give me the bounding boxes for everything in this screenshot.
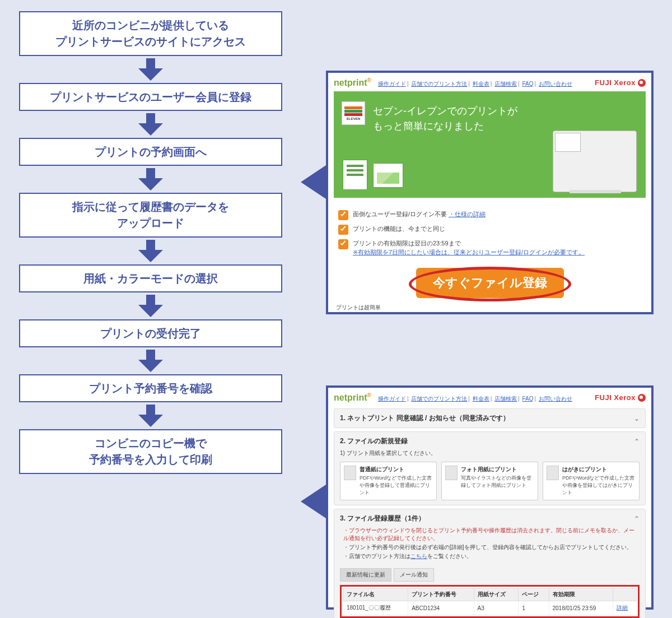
step-text: プリント予約番号を確認 [89, 380, 212, 397]
nav-link[interactable]: お問い合わせ [539, 81, 572, 87]
panel-title: 2. ファイルの新規登録 [340, 436, 408, 446]
cell-pages: 1 [519, 601, 549, 615]
netprint-logo: netprint® [334, 77, 371, 88]
reservation-table: ファイル名 プリント予約番号 用紙サイズ ページ 有効期限 180101_〇〇履… [343, 588, 637, 615]
checkmark-icon [338, 225, 348, 235]
paper-icon [344, 466, 356, 480]
table-row: 180101_〇〇履歴 ABCD1234 A3 1 2018/01/25 23:… [343, 601, 637, 615]
th-size: 用紙サイズ [474, 588, 519, 601]
hero-banner: ELEVEN セブン‐イレブンでのプリントが もっと簡単になりました [334, 91, 646, 198]
nav-link[interactable]: 店舗検索 [494, 396, 517, 402]
nav-link[interactable]: 店舗検索 [494, 81, 517, 87]
arrow-icon [19, 295, 282, 317]
arrow-icon [19, 58, 282, 81]
step-1: 近所のコンビニが提供しているプリントサービスのサイトにアクセス [19, 11, 282, 56]
panel-history: 3. ファイル登録履歴（1件）⌃ ・ブラウザーのウィンドウを閉じるとプリント予約… [334, 509, 646, 618]
collapse-icon[interactable]: ⌃ [634, 515, 640, 523]
checkmark-icon [338, 239, 348, 249]
top-nav[interactable]: 操作ガイド| 店舗でのプリント方法| 料金表| 店舗検索| FAQ| お問い合わ… [378, 80, 572, 88]
feature-text: プリントの機能は、今までと同じ [353, 225, 445, 233]
step-2: プリントサービスのユーザー会員に登録 [19, 83, 282, 111]
panel-consent: 1. ネットプリント 同意確認 / お知らせ（同意済みです）⌄ [334, 408, 646, 428]
screenshot-netprint-top: netprint® 操作ガイド| 店舗でのプリント方法| 料金表| 店舗検索| … [326, 71, 654, 314]
step-text: 指示に従って履歴書のデータをアップロード [72, 199, 229, 231]
th-action [613, 588, 637, 601]
step-8: コンビニのコピー機で予約番号を入力して印刷 [19, 429, 282, 474]
step-text: プリントの予約画面へ [95, 144, 207, 160]
step-text: プリントサービスのユーザー会員に登録 [50, 89, 251, 105]
feature-text: プリントの有効期限は翌日の23:59まで [353, 240, 461, 247]
th-pages: ページ [519, 588, 549, 601]
paper-option-postcard[interactable]: はがきにプリントPDFやWordなどで作成した文書や画像を登録してはがきにプリン… [543, 462, 640, 500]
nav-link[interactable]: FAQ [522, 81, 533, 87]
step-text: プリントの受付完了 [100, 326, 201, 342]
cell-reservation: ABCD1234 [408, 601, 474, 615]
nav-link[interactable]: 操作ガイド [378, 81, 406, 87]
step-text: コンビニのコピー機で予約番号を入力して印刷 [89, 435, 212, 468]
reservation-table-highlight: ファイル名 プリント予約番号 用紙サイズ ページ 有効期限 180101_〇〇履… [340, 585, 640, 618]
callout-arrow-icon [301, 485, 326, 518]
panel-new-file: 2. ファイルの新規登録⌃ 1) プリント用紙を選択してください。 普通紙にプリ… [334, 431, 646, 505]
cell-filename: 180101_〇〇履歴 [343, 601, 408, 615]
nav-link[interactable]: 料金表 [473, 81, 489, 87]
notice-list: ・ブラウザーのウィンドウを閉じるとプリント予約番号や操作履歴は消去されます。閉じ… [340, 523, 640, 565]
step-6: プリントの受付完了 [19, 319, 282, 347]
step-5: 用紙・カラーモードの選択 [19, 264, 282, 292]
paper-option-photo[interactable]: フォト用紙にプリント写真やイラストなどの画像を登録してフォト用紙にプリント [441, 462, 538, 500]
paper-icon [445, 466, 458, 480]
step-3: プリントの予約画面へ [19, 138, 282, 166]
fujixerox-logo: FUJI Xerox [595, 78, 646, 87]
nav-link[interactable]: 店舗でのプリント方法 [411, 396, 467, 402]
feature-link[interactable]: ※有効期限を7日間にしたい場合は、従来どおりユーザー登録/ログインが必要です。 [353, 249, 585, 255]
highlight-circle-icon [409, 267, 571, 301]
flow-column: 近所のコンビニが提供しているプリントサービスのサイトにアクセス プリントサービス… [19, 11, 282, 474]
step-7: プリント予約番号を確認 [19, 374, 282, 402]
document-icon [343, 160, 367, 190]
step-text: 近所のコンビニが提供しているプリントサービスのサイトにアクセス [55, 17, 246, 50]
tab-refresh[interactable]: 最新情報に更新 [340, 568, 391, 582]
arrow-icon [19, 240, 282, 262]
step-4: 指示に従って履歴書のデータをアップロード [19, 193, 282, 238]
step-text: 用紙・カラーモードの選択 [83, 271, 218, 287]
nav-link[interactable]: 操作ガイド [378, 396, 406, 402]
top-nav[interactable]: 操作ガイド| 店舗でのプリント方法| 料金表| 店舗検索| FAQ| お問い合わ… [378, 395, 572, 403]
panel-subtitle: 1) プリント用紙を選択してください。 [340, 449, 640, 457]
tab-mail[interactable]: メール通知 [394, 568, 434, 582]
nav-link[interactable]: 料金表 [473, 396, 489, 402]
th-reservation: プリント予約番号 [408, 588, 474, 601]
callout-arrow-icon [301, 165, 326, 199]
arrow-icon [19, 168, 282, 190]
feature-list: 面倒なユーザー登録/ログイン不要 ・仕様の詳細 プリントの機能は、今までと同じ … [328, 202, 651, 264]
printer-illustration-icon [519, 114, 637, 192]
nav-link[interactable]: FAQ [522, 396, 533, 402]
nav-link[interactable]: お問い合わせ [539, 396, 572, 402]
logo-ball-icon [638, 394, 646, 402]
nav-link[interactable]: 店舗でのプリント方法 [411, 81, 467, 87]
cell-expiry: 2018/01/25 23:59 [549, 601, 613, 615]
logo-ball-icon [638, 79, 646, 87]
collapse-icon[interactable]: ⌃ [634, 438, 640, 445]
th-expiry: 有効期限 [549, 588, 613, 601]
cell-size: A3 [474, 601, 519, 615]
feature-link[interactable]: ・仕様の詳細 [449, 211, 486, 217]
paper-option-plain[interactable]: 普通紙にプリントPDFやWordなどで作成した文書や画像を登録して普通紙にプリン… [340, 462, 437, 500]
arrow-icon [19, 405, 282, 427]
screenshot-netprint-register: netprint® 操作ガイド| 店舗でのプリント方法| 料金表| 店舗検索| … [326, 385, 654, 610]
photo-icon [373, 163, 403, 188]
arrow-icon [19, 113, 282, 136]
seven-eleven-icon: ELEVEN [342, 101, 365, 125]
panel-title: 1. ネットプリント 同意確認 / お知らせ（同意済みです） [340, 413, 510, 423]
feature-text: 面倒なユーザー登録/ログイン不要 [353, 211, 447, 217]
fujixerox-logo: FUJI Xerox [595, 393, 646, 402]
paper-icon [547, 466, 559, 480]
detail-link[interactable]: 詳細 [617, 605, 628, 611]
here-link[interactable]: こちら [410, 553, 427, 559]
th-filename: ファイル名 [343, 588, 408, 601]
panel-title: 3. ファイル登録履歴（1件） [340, 514, 425, 523]
arrow-icon [19, 350, 282, 372]
checkmark-icon [338, 210, 348, 220]
netprint-logo: netprint® [334, 392, 371, 403]
collapse-icon[interactable]: ⌄ [634, 415, 640, 422]
